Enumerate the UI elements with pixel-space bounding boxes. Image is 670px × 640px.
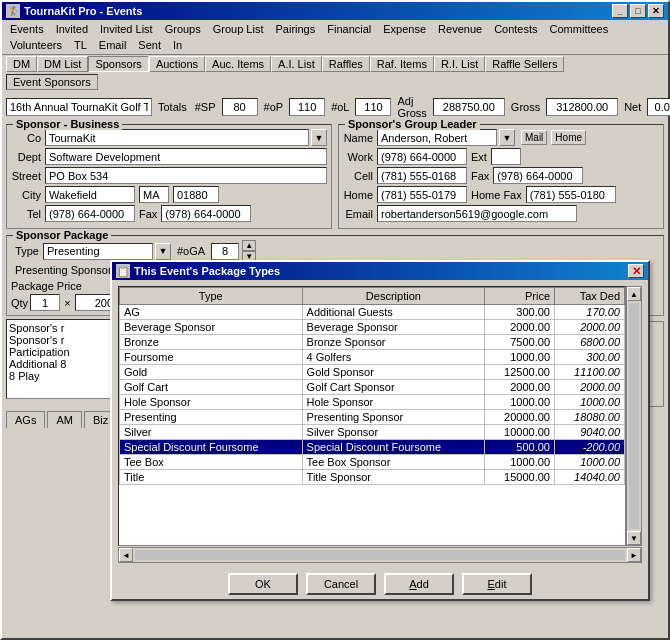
table-row[interactable]: Beverage SponsorBeverage Sponsor2000.002… — [120, 320, 625, 335]
table-row[interactable]: Hole SponsorHole Sponsor1000.001000.00 — [120, 395, 625, 410]
cell-type: Beverage Sponsor — [120, 320, 303, 335]
cell-price: 500.00 — [485, 440, 555, 455]
table-row[interactable]: SilverSilver Sponsor10000.009040.00 — [120, 425, 625, 440]
cell-type: AG — [120, 305, 303, 320]
cell-tax-ded: 2000.00 — [555, 380, 625, 395]
cell-price: 300.00 — [485, 305, 555, 320]
add-button[interactable]: Add — [384, 573, 454, 595]
cell-description: Title Sponsor — [302, 470, 485, 485]
table-header: Type Description Price Tax Ded — [120, 288, 625, 305]
h-scroll-track — [135, 550, 625, 560]
scroll-track — [629, 303, 639, 529]
scroll-right-btn[interactable]: ► — [627, 548, 641, 562]
table-row[interactable]: BronzeBronze Sponsor7500.006800.00 — [120, 335, 625, 350]
table-row[interactable]: Foursome4 Golfers1000.00300.00 — [120, 350, 625, 365]
cell-tax-ded: 2000.00 — [555, 320, 625, 335]
cell-tax-ded: -200.00 — [555, 440, 625, 455]
dialog-buttons: OK Cancel Add Edit — [112, 569, 648, 599]
cell-price: 1000.00 — [485, 350, 555, 365]
col-description: Description — [302, 288, 485, 305]
cell-type: Hole Sponsor — [120, 395, 303, 410]
cell-type: Presenting — [120, 410, 303, 425]
cell-description: Gold Sponsor — [302, 365, 485, 380]
cell-price: 1000.00 — [485, 395, 555, 410]
cell-description: Tee Box Sponsor — [302, 455, 485, 470]
scroll-left-btn[interactable]: ◄ — [119, 548, 133, 562]
cell-tax-ded: 1000.00 — [555, 395, 625, 410]
table-wrapper[interactable]: Type Description Price Tax Ded AGAdditio… — [118, 286, 626, 546]
scroll-down-btn[interactable]: ▼ — [627, 531, 641, 545]
cancel-button[interactable]: Cancel — [306, 573, 376, 595]
table-body: AGAdditional Guests300.00170.00Beverage … — [120, 305, 625, 485]
cell-type: Foursome — [120, 350, 303, 365]
horizontal-scrollbar[interactable]: ◄ ► — [118, 547, 642, 563]
cell-description: Additional Guests — [302, 305, 485, 320]
cell-tax-ded: 18080.00 — [555, 410, 625, 425]
cell-price: 10000.00 — [485, 425, 555, 440]
cell-description: Beverage Sponsor — [302, 320, 485, 335]
cell-price: 12500.00 — [485, 365, 555, 380]
scroll-up-btn[interactable]: ▲ — [627, 287, 641, 301]
cell-tax-ded: 1000.00 — [555, 455, 625, 470]
table-row[interactable]: PresentingPresenting Sponsor20000.001808… — [120, 410, 625, 425]
table-row[interactable]: Golf CartGolf Cart Sponsor2000.002000.00 — [120, 380, 625, 395]
vertical-scrollbar[interactable]: ▲ ▼ — [626, 286, 642, 546]
cell-description: Silver Sponsor — [302, 425, 485, 440]
table-row[interactable]: Tee BoxTee Box Sponsor1000.001000.00 — [120, 455, 625, 470]
cell-price: 15000.00 — [485, 470, 555, 485]
cell-type: Silver — [120, 425, 303, 440]
add-underline: A — [409, 578, 416, 590]
cell-type: Gold — [120, 365, 303, 380]
cell-tax-ded: 300.00 — [555, 350, 625, 365]
cell-price: 7500.00 — [485, 335, 555, 350]
cell-tax-ded: 11100.00 — [555, 365, 625, 380]
cell-type: Bronze — [120, 335, 303, 350]
dialog-title-label: This Event's Package Types — [134, 265, 280, 277]
dialog-title-bar: 📋 This Event's Package Types ✕ — [112, 262, 648, 280]
dialog-close-button[interactable]: ✕ — [628, 264, 644, 278]
cell-tax-ded: 170.00 — [555, 305, 625, 320]
cell-description: 4 Golfers — [302, 350, 485, 365]
cell-price: 20000.00 — [485, 410, 555, 425]
cell-description: Hole Sponsor — [302, 395, 485, 410]
table-scroll-area: Type Description Price Tax Ded AGAdditio… — [118, 286, 642, 546]
cell-type: Golf Cart — [120, 380, 303, 395]
dialog-icon: 📋 — [116, 264, 130, 278]
cell-price: 2000.00 — [485, 320, 555, 335]
dialog-content: Type Description Price Tax Ded AGAdditio… — [112, 280, 648, 569]
package-types-dialog: 📋 This Event's Package Types ✕ Type Desc… — [110, 260, 650, 601]
cell-description: Bronze Sponsor — [302, 335, 485, 350]
cell-type: Tee Box — [120, 455, 303, 470]
table-row[interactable]: GoldGold Sponsor12500.0011100.00 — [120, 365, 625, 380]
table-row[interactable]: AGAdditional Guests300.00170.00 — [120, 305, 625, 320]
cell-description: Golf Cart Sponsor — [302, 380, 485, 395]
cell-description: Special Discount Foursome — [302, 440, 485, 455]
cell-tax-ded: 9040.00 — [555, 425, 625, 440]
col-price: Price — [485, 288, 555, 305]
edit-button[interactable]: Edit — [462, 573, 532, 595]
cell-type: Title — [120, 470, 303, 485]
package-types-table: Type Description Price Tax Ded AGAdditio… — [119, 287, 625, 485]
cell-tax-ded: 14040.00 — [555, 470, 625, 485]
col-type: Type — [120, 288, 303, 305]
cell-tax-ded: 6800.00 — [555, 335, 625, 350]
edit-underline: E — [488, 578, 495, 590]
ok-button[interactable]: OK — [228, 573, 298, 595]
cell-price: 2000.00 — [485, 380, 555, 395]
col-tax-ded: Tax Ded — [555, 288, 625, 305]
modal-overlay: 📋 This Event's Package Types ✕ Type Desc… — [0, 0, 670, 640]
cell-description: Presenting Sponsor — [302, 410, 485, 425]
cell-type: Special Discount Foursome — [120, 440, 303, 455]
table-row[interactable]: TitleTitle Sponsor15000.0014040.00 — [120, 470, 625, 485]
table-row[interactable]: Special Discount FoursomeSpecial Discoun… — [120, 440, 625, 455]
cell-price: 1000.00 — [485, 455, 555, 470]
